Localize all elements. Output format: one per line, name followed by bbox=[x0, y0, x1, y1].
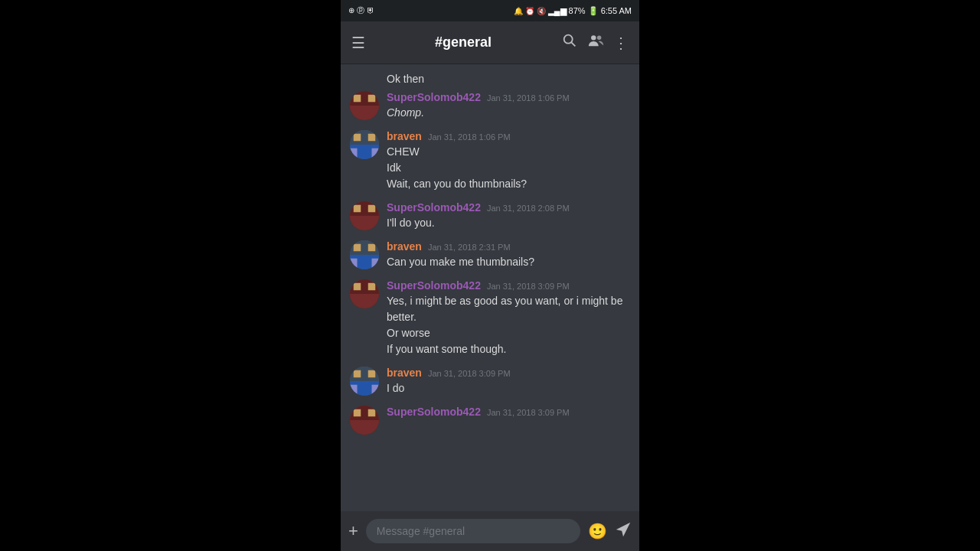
message-text: CHEW bbox=[387, 144, 630, 160]
message-input[interactable] bbox=[366, 519, 580, 543]
phone-frame: ⊕ ⓟ ⛨ 🔔 ⏰ 🔇 ▂▄▆ 87% 🔋 6:55 AM ☰ #general… bbox=[341, 0, 639, 551]
username: SuperSolomob422 bbox=[387, 406, 481, 418]
message-text: I do bbox=[387, 380, 630, 396]
time-display: 6:55 AM bbox=[601, 6, 632, 15]
message-header: braven Jan 31, 2018 3:09 PM bbox=[387, 367, 630, 379]
timestamp: Jan 31, 2018 2:31 PM bbox=[428, 243, 511, 252]
list-item: braven Jan 31, 2018 2:31 PM Can you make… bbox=[341, 237, 639, 273]
more-options-icon[interactable]: ⋮ bbox=[613, 34, 629, 52]
svg-rect-6 bbox=[368, 95, 376, 103]
svg-rect-42 bbox=[368, 409, 376, 417]
svg-rect-32 bbox=[350, 294, 379, 308]
timestamp: Jan 31, 2018 3:09 PM bbox=[428, 369, 511, 378]
message-content: braven Jan 31, 2018 2:31 PM Can you make… bbox=[387, 240, 630, 270]
message-input-area: + 🙂 bbox=[341, 511, 639, 551]
message-text: Wait, can you do thumbnails? bbox=[387, 176, 630, 192]
username: SuperSolomob422 bbox=[387, 91, 481, 103]
list-item: SuperSolomob422 Jan 31, 2018 3:09 PM Yes… bbox=[341, 276, 639, 360]
send-icon[interactable] bbox=[615, 521, 632, 542]
timestamp: Jan 31, 2018 1:06 PM bbox=[487, 93, 570, 103]
list-item: SuperSolomob422 Jan 31, 2018 3:09 PM bbox=[341, 403, 639, 438]
username: SuperSolomob422 bbox=[387, 279, 481, 292]
message-content: braven Jan 31, 2018 1:06 PM CHEW Idk Wai… bbox=[387, 130, 630, 192]
svg-rect-34 bbox=[354, 370, 361, 378]
avatar bbox=[350, 130, 379, 159]
svg-rect-23 bbox=[368, 244, 376, 252]
avatar bbox=[350, 91, 379, 120]
message-content: SuperSolomob422 Jan 31, 2018 2:08 PM I'l… bbox=[387, 201, 630, 231]
battery-text: 87% bbox=[569, 6, 586, 15]
svg-rect-14 bbox=[350, 148, 358, 159]
message-content: braven Jan 31, 2018 3:09 PM I do bbox=[387, 367, 630, 396]
username: braven bbox=[387, 130, 422, 142]
timestamp: Jan 31, 2018 2:08 PM bbox=[487, 204, 570, 213]
svg-rect-44 bbox=[350, 420, 379, 435]
avatar bbox=[350, 406, 379, 435]
message-text: Can you make me thumbnails? bbox=[387, 254, 630, 270]
avatar bbox=[350, 240, 379, 269]
svg-point-0 bbox=[564, 35, 573, 44]
svg-rect-35 bbox=[368, 370, 376, 378]
svg-rect-10 bbox=[354, 134, 361, 142]
timestamp: Jan 31, 2018 3:09 PM bbox=[487, 282, 570, 291]
mute-icon: 🔇 bbox=[537, 7, 546, 15]
message-text: I'll do you. bbox=[387, 215, 630, 231]
emoji-icon[interactable]: 🙂 bbox=[588, 522, 607, 540]
message-header: SuperSolomob422 Jan 31, 2018 3:09 PM bbox=[387, 406, 630, 418]
svg-rect-5 bbox=[354, 95, 361, 103]
list-item: SuperSolomob422 Jan 31, 2018 2:08 PM I'l… bbox=[341, 198, 639, 234]
message-text: Ok then bbox=[387, 73, 424, 85]
svg-line-1 bbox=[571, 42, 575, 46]
search-icon[interactable] bbox=[561, 32, 578, 53]
message-text: Idk bbox=[387, 160, 630, 176]
timestamp: Jan 31, 2018 1:06 PM bbox=[428, 132, 511, 142]
svg-rect-39 bbox=[372, 385, 380, 396]
username: SuperSolomob422 bbox=[387, 201, 481, 214]
list-item: braven Jan 31, 2018 1:06 PM CHEW Idk Wai… bbox=[341, 127, 639, 195]
channel-title: #general bbox=[374, 34, 552, 51]
username: braven bbox=[387, 367, 422, 379]
svg-rect-26 bbox=[350, 259, 358, 269]
members-icon[interactable] bbox=[587, 32, 604, 53]
notification-icon: 🔔 bbox=[514, 7, 523, 15]
attach-icon[interactable]: + bbox=[348, 521, 358, 541]
list-item: braven Jan 31, 2018 3:09 PM I do bbox=[341, 364, 639, 399]
status-bar: ⊕ ⓟ ⛨ 🔔 ⏰ 🔇 ▂▄▆ 87% 🔋 6:55 AM bbox=[341, 0, 639, 21]
svg-point-3 bbox=[597, 36, 602, 41]
message-header: braven Jan 31, 2018 2:31 PM bbox=[387, 240, 630, 253]
hamburger-menu-icon[interactable]: ☰ bbox=[351, 34, 365, 52]
message-text: Yes, i might be as good as you want, or … bbox=[387, 293, 630, 325]
message-header: SuperSolomob422 Jan 31, 2018 3:09 PM bbox=[387, 279, 630, 292]
signal-bars: ▂▄▆ bbox=[548, 6, 567, 16]
svg-rect-38 bbox=[350, 385, 358, 396]
svg-rect-30 bbox=[368, 283, 376, 291]
message-content: SuperSolomob422 Jan 31, 2018 3:09 PM bbox=[387, 406, 630, 435]
message-text: Or worse bbox=[387, 325, 630, 341]
svg-rect-20 bbox=[350, 216, 379, 230]
message-header: SuperSolomob422 Jan 31, 2018 2:08 PM bbox=[387, 201, 630, 214]
messages-area[interactable]: Ok then SuperSolomob422 Jan 31, 2018 1:0… bbox=[341, 64, 639, 511]
list-item: Ok then bbox=[341, 70, 639, 88]
message-header: braven Jan 31, 2018 1:06 PM bbox=[387, 130, 630, 142]
svg-rect-22 bbox=[354, 244, 361, 252]
svg-point-2 bbox=[591, 35, 596, 40]
message-header: SuperSolomob422 Jan 31, 2018 1:06 PM bbox=[387, 91, 630, 103]
svg-rect-8 bbox=[350, 106, 379, 120]
svg-rect-29 bbox=[354, 283, 361, 291]
svg-rect-18 bbox=[368, 205, 376, 213]
list-item: SuperSolomob422 Jan 31, 2018 1:06 PM Cho… bbox=[341, 88, 639, 124]
battery-icon: 🔋 bbox=[588, 6, 599, 16]
message-content: SuperSolomob422 Jan 31, 2018 3:09 PM Yes… bbox=[387, 279, 630, 357]
svg-rect-41 bbox=[354, 409, 361, 417]
avatar bbox=[350, 201, 379, 230]
avatar bbox=[350, 279, 379, 308]
channel-header: ☰ #general ⋮ bbox=[341, 21, 639, 64]
svg-rect-15 bbox=[372, 148, 380, 159]
svg-rect-27 bbox=[372, 259, 380, 269]
svg-rect-11 bbox=[368, 134, 376, 142]
svg-rect-17 bbox=[354, 205, 361, 213]
status-icons: ⊕ ⓟ ⛨ bbox=[348, 5, 374, 16]
timestamp: Jan 31, 2018 3:09 PM bbox=[487, 408, 570, 417]
username: braven bbox=[387, 240, 422, 253]
message-content: SuperSolomob422 Jan 31, 2018 1:06 PM Cho… bbox=[387, 91, 630, 121]
